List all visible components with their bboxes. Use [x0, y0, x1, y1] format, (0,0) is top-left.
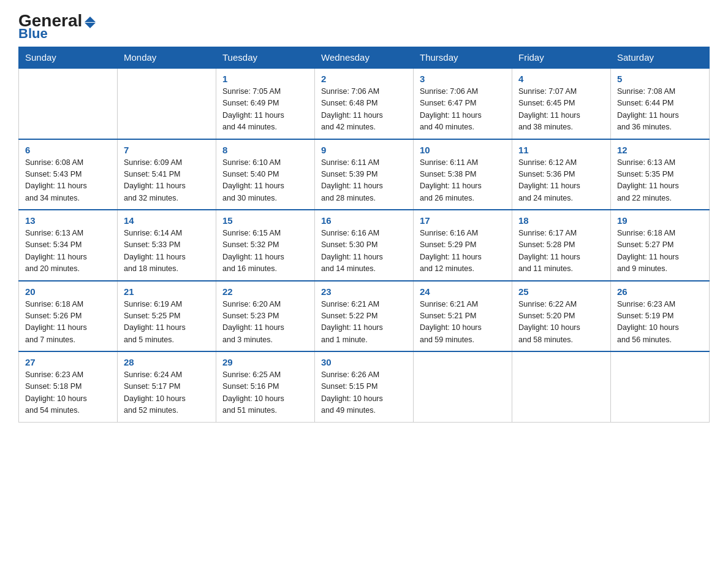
calendar-cell	[19, 68, 118, 139]
weekday-header-friday: Friday	[512, 47, 611, 69]
day-number: 28	[124, 357, 210, 367]
calendar-cell: 8Sunrise: 6:10 AM Sunset: 5:40 PM Daylig…	[216, 139, 315, 210]
day-info: Sunrise: 6:11 AM Sunset: 5:39 PM Dayligh…	[321, 157, 407, 205]
day-info: Sunrise: 6:21 AM Sunset: 5:22 PM Dayligh…	[321, 299, 407, 347]
calendar-cell: 23Sunrise: 6:21 AM Sunset: 5:22 PM Dayli…	[315, 281, 414, 352]
day-number: 22	[222, 286, 308, 297]
calendar-cell	[611, 351, 710, 422]
calendar-cell: 13Sunrise: 6:13 AM Sunset: 5:34 PM Dayli…	[19, 210, 118, 281]
calendar-cell: 1Sunrise: 7:05 AM Sunset: 6:49 PM Daylig…	[216, 68, 315, 139]
day-info: Sunrise: 6:12 AM Sunset: 5:36 PM Dayligh…	[518, 157, 604, 205]
calendar-cell: 19Sunrise: 6:18 AM Sunset: 5:27 PM Dayli…	[611, 210, 710, 281]
weekday-header-monday: Monday	[118, 47, 216, 69]
day-info: Sunrise: 6:17 AM Sunset: 5:28 PM Dayligh…	[518, 228, 604, 275]
week-row-5: 27Sunrise: 6:23 AM Sunset: 5:18 PM Dayli…	[19, 351, 710, 422]
calendar-cell: 26Sunrise: 6:23 AM Sunset: 5:19 PM Dayli…	[611, 281, 710, 352]
day-info: Sunrise: 6:15 AM Sunset: 5:32 PM Dayligh…	[222, 228, 308, 275]
page-header: General Blue	[18, 12, 710, 40]
calendar-cell	[512, 351, 611, 422]
logo: General Blue	[18, 12, 96, 40]
day-info: Sunrise: 6:20 AM Sunset: 5:23 PM Dayligh…	[222, 299, 308, 347]
day-info: Sunrise: 7:05 AM Sunset: 6:49 PM Dayligh…	[222, 86, 308, 134]
calendar-cell: 10Sunrise: 6:11 AM Sunset: 5:38 PM Dayli…	[414, 139, 512, 210]
calendar-cell: 29Sunrise: 6:25 AM Sunset: 5:16 PM Dayli…	[216, 351, 315, 422]
day-number: 8	[222, 145, 308, 155]
day-info: Sunrise: 6:24 AM Sunset: 5:17 PM Dayligh…	[124, 369, 210, 417]
day-info: Sunrise: 6:26 AM Sunset: 5:15 PM Dayligh…	[321, 369, 407, 417]
calendar-cell: 20Sunrise: 6:18 AM Sunset: 5:26 PM Dayli…	[19, 281, 118, 352]
calendar-cell: 15Sunrise: 6:15 AM Sunset: 5:32 PM Dayli…	[216, 210, 315, 281]
day-number: 10	[420, 145, 506, 155]
weekday-header-saturday: Saturday	[611, 47, 710, 69]
week-row-3: 13Sunrise: 6:13 AM Sunset: 5:34 PM Dayli…	[19, 210, 710, 281]
day-number: 15	[222, 215, 308, 226]
day-number: 20	[25, 286, 111, 297]
calendar-cell: 28Sunrise: 6:24 AM Sunset: 5:17 PM Dayli…	[118, 351, 216, 422]
day-number: 7	[124, 145, 210, 155]
day-number: 29	[222, 357, 308, 367]
day-number: 21	[124, 286, 210, 297]
calendar-table: SundayMondayTuesdayWednesdayThursdayFrid…	[18, 47, 710, 423]
logo-blue-text: Blue	[18, 27, 96, 40]
calendar-cell: 9Sunrise: 6:11 AM Sunset: 5:39 PM Daylig…	[315, 139, 414, 210]
week-row-1: 1Sunrise: 7:05 AM Sunset: 6:49 PM Daylig…	[19, 68, 710, 139]
day-info: Sunrise: 6:08 AM Sunset: 5:43 PM Dayligh…	[25, 157, 111, 205]
calendar-cell: 3Sunrise: 7:06 AM Sunset: 6:47 PM Daylig…	[414, 68, 512, 139]
day-info: Sunrise: 6:22 AM Sunset: 5:20 PM Dayligh…	[518, 299, 604, 347]
day-number: 3	[420, 74, 506, 84]
calendar-cell: 17Sunrise: 6:16 AM Sunset: 5:29 PM Dayli…	[414, 210, 512, 281]
day-number: 5	[617, 74, 703, 84]
calendar-cell: 16Sunrise: 6:16 AM Sunset: 5:30 PM Dayli…	[315, 210, 414, 281]
day-info: Sunrise: 6:23 AM Sunset: 5:19 PM Dayligh…	[617, 299, 703, 347]
weekday-header-thursday: Thursday	[414, 47, 512, 69]
day-number: 14	[124, 215, 210, 226]
day-info: Sunrise: 6:21 AM Sunset: 5:21 PM Dayligh…	[420, 299, 506, 347]
day-info: Sunrise: 6:16 AM Sunset: 5:29 PM Dayligh…	[420, 228, 506, 275]
day-number: 26	[617, 286, 703, 297]
day-info: Sunrise: 6:19 AM Sunset: 5:25 PM Dayligh…	[124, 299, 210, 347]
calendar-cell: 4Sunrise: 7:07 AM Sunset: 6:45 PM Daylig…	[512, 68, 611, 139]
day-number: 6	[25, 145, 111, 155]
day-number: 9	[321, 145, 407, 155]
day-info: Sunrise: 6:18 AM Sunset: 5:27 PM Dayligh…	[617, 228, 703, 275]
calendar-cell: 5Sunrise: 7:08 AM Sunset: 6:44 PM Daylig…	[611, 68, 710, 139]
calendar-header-row: SundayMondayTuesdayWednesdayThursdayFrid…	[19, 47, 710, 69]
day-info: Sunrise: 6:14 AM Sunset: 5:33 PM Dayligh…	[124, 228, 210, 275]
weekday-header-wednesday: Wednesday	[315, 47, 414, 69]
day-number: 25	[518, 286, 604, 297]
calendar-cell: 21Sunrise: 6:19 AM Sunset: 5:25 PM Dayli…	[118, 281, 216, 352]
day-info: Sunrise: 6:13 AM Sunset: 5:35 PM Dayligh…	[617, 157, 703, 205]
day-info: Sunrise: 6:23 AM Sunset: 5:18 PM Dayligh…	[25, 369, 111, 417]
day-number: 11	[518, 145, 604, 155]
day-info: Sunrise: 7:06 AM Sunset: 6:47 PM Dayligh…	[420, 86, 506, 134]
calendar-cell: 22Sunrise: 6:20 AM Sunset: 5:23 PM Dayli…	[216, 281, 315, 352]
day-number: 16	[321, 215, 407, 226]
week-row-2: 6Sunrise: 6:08 AM Sunset: 5:43 PM Daylig…	[19, 139, 710, 210]
calendar-cell: 18Sunrise: 6:17 AM Sunset: 5:28 PM Dayli…	[512, 210, 611, 281]
day-number: 19	[617, 215, 703, 226]
day-info: Sunrise: 7:08 AM Sunset: 6:44 PM Dayligh…	[617, 86, 703, 134]
calendar-cell: 11Sunrise: 6:12 AM Sunset: 5:36 PM Dayli…	[512, 139, 611, 210]
day-info: Sunrise: 6:09 AM Sunset: 5:41 PM Dayligh…	[124, 157, 210, 205]
calendar-cell: 14Sunrise: 6:14 AM Sunset: 5:33 PM Dayli…	[118, 210, 216, 281]
day-info: Sunrise: 6:25 AM Sunset: 5:16 PM Dayligh…	[222, 369, 308, 417]
calendar-cell: 6Sunrise: 6:08 AM Sunset: 5:43 PM Daylig…	[19, 139, 118, 210]
day-number: 24	[420, 286, 506, 297]
week-row-4: 20Sunrise: 6:18 AM Sunset: 5:26 PM Dayli…	[19, 281, 710, 352]
day-number: 30	[321, 357, 407, 367]
day-number: 23	[321, 286, 407, 297]
day-info: Sunrise: 7:07 AM Sunset: 6:45 PM Dayligh…	[518, 86, 604, 134]
day-info: Sunrise: 6:18 AM Sunset: 5:26 PM Dayligh…	[25, 299, 111, 347]
day-number: 13	[25, 215, 111, 226]
day-number: 17	[420, 215, 506, 226]
calendar-cell: 24Sunrise: 6:21 AM Sunset: 5:21 PM Dayli…	[414, 281, 512, 352]
calendar-cell: 30Sunrise: 6:26 AM Sunset: 5:15 PM Dayli…	[315, 351, 414, 422]
day-number: 1	[222, 74, 308, 84]
weekday-header-sunday: Sunday	[19, 47, 118, 69]
calendar-cell: 7Sunrise: 6:09 AM Sunset: 5:41 PM Daylig…	[118, 139, 216, 210]
day-info: Sunrise: 6:11 AM Sunset: 5:38 PM Dayligh…	[420, 157, 506, 205]
day-number: 2	[321, 74, 407, 84]
calendar-cell: 2Sunrise: 7:06 AM Sunset: 6:48 PM Daylig…	[315, 68, 414, 139]
day-info: Sunrise: 6:16 AM Sunset: 5:30 PM Dayligh…	[321, 228, 407, 275]
weekday-header-tuesday: Tuesday	[216, 47, 315, 69]
